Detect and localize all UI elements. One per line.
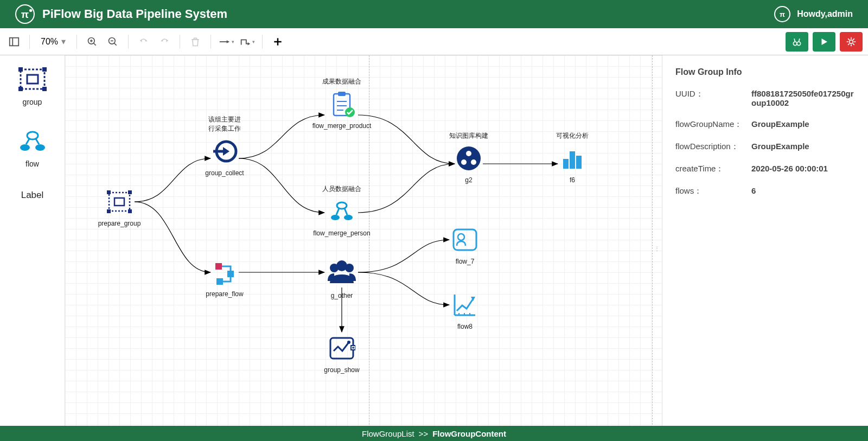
svg-line-10 <box>114 43 117 45</box>
node-flow8[interactable]: flow8 <box>438 291 492 330</box>
node-annotation: 知识图库构建 <box>449 131 488 140</box>
node-label: prepare_flow <box>206 290 243 298</box>
edge[interactable] <box>358 164 455 213</box>
svg-rect-74 <box>576 156 582 169</box>
node-label: group_show <box>324 366 359 374</box>
info-key-uuid: UUID： <box>675 89 751 107</box>
graph-icon <box>455 145 482 172</box>
node-annotation: 该组主要进 行采集工作 <box>208 115 241 133</box>
info-val-time: 2020-05-26 00:00:01 <box>751 164 855 174</box>
svg-marker-23 <box>822 39 828 45</box>
svg-line-35 <box>36 139 39 144</box>
svg-line-21 <box>794 39 795 42</box>
node-group-show[interactable]: group_show <box>315 335 369 374</box>
node-g-other[interactable]: g_other <box>315 257 369 299</box>
node-group-collect[interactable]: 该组主要进 行采集工作 group_collect <box>197 115 252 177</box>
layout-toggle-button[interactable] <box>5 33 23 50</box>
svg-rect-39 <box>107 190 111 194</box>
svg-point-33 <box>35 144 45 151</box>
info-val-flows: 6 <box>751 186 855 196</box>
zoom-out-button[interactable] <box>104 33 122 50</box>
undo-button[interactable] <box>135 33 152 50</box>
svg-point-19 <box>793 42 797 46</box>
node-label: g2 <box>465 176 472 184</box>
node-flow-merge-person[interactable]: 人员数据融合 flow_merge_person <box>315 184 369 237</box>
palette-flow[interactable]: flow <box>17 128 48 168</box>
palette-group[interactable]: group <box>17 66 48 106</box>
add-button[interactable] <box>269 33 286 50</box>
node-label: flow_merge_person <box>313 229 370 237</box>
resize-handle[interactable]: ⋮⋮ <box>654 245 662 251</box>
breadcrumb-item[interactable]: FlowGroupList <box>362 429 414 438</box>
svg-point-62 <box>345 264 354 272</box>
svg-marker-16 <box>247 42 250 45</box>
node-label: f6 <box>570 176 575 184</box>
info-panel-title: Flow Group Info <box>675 67 855 77</box>
svg-rect-75 <box>454 229 476 250</box>
svg-line-59 <box>344 208 347 215</box>
svg-marker-15 <box>226 40 229 43</box>
info-key-desc: flowDescription： <box>675 142 751 152</box>
user-greeting[interactable]: Howdy,admin <box>797 9 853 19</box>
user-icon: π <box>774 6 790 22</box>
palette: group flow Label <box>0 55 65 441</box>
svg-line-22 <box>799 39 800 42</box>
node-f6[interactable]: 可视化分析 f6 <box>545 131 599 184</box>
group-icon <box>106 188 133 215</box>
svg-marker-45 <box>223 147 229 156</box>
canvas[interactable]: prepare_group 该组主要进 行采集工作 group_collect … <box>65 55 662 441</box>
node-label: flow_merge_product <box>312 122 372 130</box>
chevron-down-icon: ▾ <box>232 39 234 44</box>
zoom-in-button[interactable] <box>84 33 101 50</box>
flow-icon <box>328 198 355 225</box>
svg-point-1 <box>29 9 32 12</box>
svg-rect-37 <box>109 193 130 211</box>
info-val-desc: GroupExample <box>751 142 855 152</box>
user-card-icon <box>451 226 478 253</box>
redo-button[interactable] <box>156 33 173 50</box>
node-annotation: 可视化分析 <box>556 131 589 140</box>
edge[interactable] <box>358 115 455 164</box>
run-button[interactable] <box>813 32 835 52</box>
node-flow-7[interactable]: flow_7 <box>438 226 492 265</box>
svg-rect-26 <box>27 75 38 84</box>
straight-edge-button[interactable]: ▾ <box>218 33 235 50</box>
node-flow-merge-product[interactable]: 成果数据融合 flow_merge_product <box>315 77 369 130</box>
palette-label[interactable]: Label <box>21 190 44 201</box>
info-key-flows: flows： <box>675 186 751 196</box>
zoom-value: 70% <box>41 37 58 47</box>
node-label: flow_7 <box>456 258 475 265</box>
svg-line-58 <box>336 208 339 215</box>
delete-button[interactable] <box>187 33 204 50</box>
node-label: g_other <box>331 292 353 299</box>
svg-point-57 <box>344 215 353 220</box>
svg-rect-48 <box>216 278 223 285</box>
svg-rect-50 <box>338 92 346 96</box>
svg-point-61 <box>330 264 339 272</box>
edge[interactable] <box>358 272 449 305</box>
node-g2[interactable]: 知识图库构建 g2 <box>442 131 496 184</box>
zoom-selector[interactable]: 70% ▾ <box>36 36 70 47</box>
edge[interactable] <box>358 240 449 272</box>
palette-flow-label: flow <box>25 159 39 168</box>
orthogonal-edge-button[interactable]: ▾ <box>238 33 256 50</box>
svg-rect-40 <box>128 190 132 194</box>
svg-rect-42 <box>128 209 132 213</box>
svg-point-20 <box>797 42 801 46</box>
svg-point-32 <box>20 144 30 151</box>
svg-point-68 <box>457 146 481 170</box>
svg-point-56 <box>331 215 340 220</box>
find-button[interactable] <box>786 32 808 52</box>
toolbar: 70% ▾ ▾ ▾ <box>0 28 868 55</box>
node-prepare-group[interactable]: prepare_group <box>92 188 146 227</box>
node-prepare-flow[interactable]: prepare_flow <box>197 259 252 298</box>
svg-rect-41 <box>107 209 111 213</box>
svg-line-6 <box>94 43 96 45</box>
node-annotation: 人员数据融合 <box>322 184 361 194</box>
node-label: group_collect <box>205 169 244 177</box>
node-annotation: 成果数据融合 <box>322 77 361 86</box>
info-key-time: createTime： <box>675 164 751 174</box>
import-icon <box>211 138 238 165</box>
settings-button[interactable] <box>840 32 863 52</box>
bar-chart-icon <box>559 145 586 172</box>
